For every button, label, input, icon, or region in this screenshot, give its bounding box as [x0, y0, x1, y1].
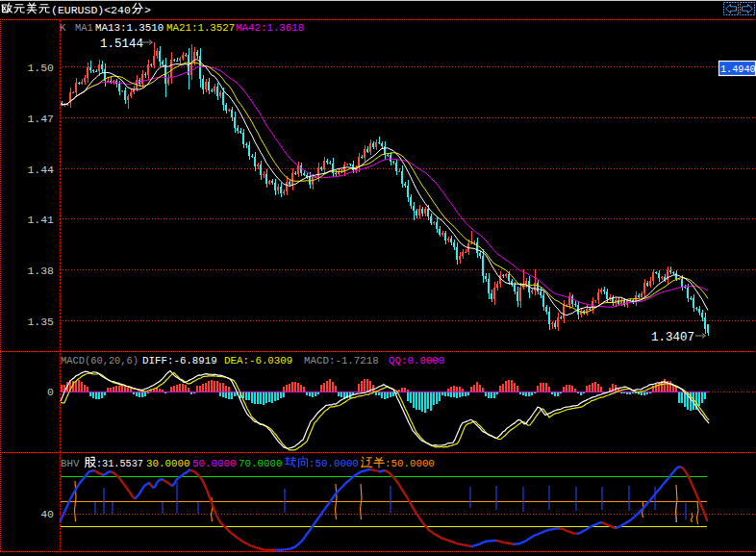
svg-text::50.0000: :50.0000 [309, 458, 359, 469]
svg-text:1.3407: 1.3407 [651, 331, 694, 344]
svg-text:BHV: BHV [61, 458, 80, 469]
svg-text:>: > [144, 4, 151, 16]
svg-text:MA13:1.3510: MA13:1.3510 [95, 22, 164, 34]
svg-text:MACD:-1.7218: MACD:-1.7218 [304, 355, 379, 366]
svg-text:MA1: MA1 [75, 22, 93, 34]
svg-text:50.0000: 50.0000 [192, 458, 236, 469]
svg-text:MA42:1.3618: MA42:1.3618 [236, 22, 304, 34]
svg-text:DIFF:-6.8919: DIFF:-6.8919 [142, 355, 217, 366]
svg-text:0: 0 [47, 386, 54, 398]
svg-text:1.4940: 1.4940 [720, 64, 756, 75]
svg-text:1.50: 1.50 [27, 62, 54, 74]
svg-text:QQ:0.0000: QQ:0.0000 [389, 355, 444, 366]
svg-text:DEA:-6.0309: DEA:-6.0309 [224, 355, 292, 366]
svg-text:(EURUSD)<240: (EURUSD)<240 [51, 4, 131, 16]
svg-text:70.0000: 70.0000 [239, 458, 282, 469]
svg-text:1.38: 1.38 [27, 265, 54, 277]
svg-text:1.44: 1.44 [27, 164, 54, 176]
svg-text:1.5144: 1.5144 [100, 38, 143, 51]
svg-text:1.35: 1.35 [27, 316, 54, 328]
svg-text:30.0000: 30.0000 [146, 458, 189, 469]
svg-text:1.41: 1.41 [27, 214, 54, 226]
svg-text:1.47: 1.47 [27, 113, 54, 125]
svg-text:MACD(60,20,6): MACD(60,20,6) [61, 355, 139, 366]
svg-text::31.5537: :31.5537 [96, 459, 143, 469]
svg-text::50.0000: :50.0000 [385, 458, 435, 469]
svg-text:40: 40 [40, 508, 54, 520]
svg-text:MA21:1.3527: MA21:1.3527 [166, 22, 235, 34]
svg-text:K: K [60, 22, 66, 34]
